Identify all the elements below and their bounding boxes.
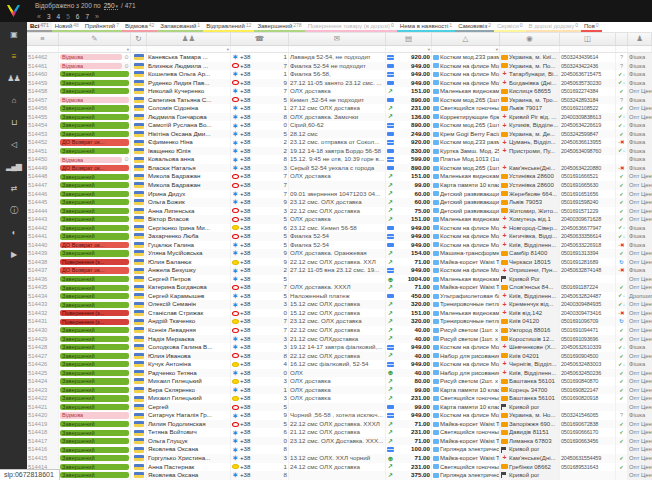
page-number[interactable]: 6 <box>76 13 80 20</box>
filter-dropdown-price[interactable] <box>386 46 432 52</box>
column-header-price[interactable]: ▤ <box>386 33 432 45</box>
page-size-dropdown[interactable]: 250 <box>104 2 118 10</box>
table-row[interactable]: 514431Повернення (з...Андрій Ткаченко+38… <box>27 317 652 326</box>
column-header-comment[interactable]: ✉ <box>289 33 386 45</box>
filter-dropdown-name[interactable] <box>147 46 231 52</box>
table-row[interactable]: 514419ЗавершенийЛилия Подолинская+38522.… <box>27 420 652 429</box>
table-row[interactable]: 514432Повернення (з...Станіслав Стрижак+… <box>27 309 652 318</box>
column-header-phone[interactable]: ☎ <box>231 33 289 45</box>
table-row[interactable]: 514446ЗавершенийИрина Дидух+38709.01 зве… <box>27 190 652 199</box>
table-row[interactable]: 514442ЗавершенийСергіюнко Ірина Ми...+38… <box>27 224 652 233</box>
table-row[interactable]: 514427ЗавершенийЮлия Иванова+38822.12 см… <box>27 352 652 361</box>
table-row[interactable]: 514452ДО Возврат ок...Єфименко Ніна+3822… <box>27 138 652 147</box>
tab-Завершений[interactable]: Завершений278 <box>254 22 304 32</box>
table-row[interactable]: 514451ЗавершенийІващенко Юлія+38219.12 1… <box>27 147 652 156</box>
sidebar-item-stats[interactable]: ▂▄▆ <box>0 156 27 178</box>
column-header-manager[interactable]: ♟ <box>628 33 652 45</box>
table-row[interactable]: 514414ЗавершенийАнна Пастернак+38124.12 … <box>27 463 652 472</box>
table-row[interactable]: 514429ЗавершенийНадія Мерзаєва+38321.12 … <box>27 335 652 344</box>
table-row[interactable]: 514459ЗавершенийРуденко Лидия Пав...+389… <box>27 79 652 88</box>
column-header-flag[interactable]: ↻ <box>131 33 147 45</box>
table-row[interactable]: 514420ВідмоваСитарчук Наталія Гр...+389Ч… <box>27 411 652 420</box>
tab-Пов[interactable]: Пов0 <box>581 22 602 32</box>
page-number[interactable]: 4 <box>57 13 61 20</box>
column-header-product[interactable]: △ <box>432 33 500 45</box>
table-row[interactable]: 514458ЗавершенийНиколай Кучеренко+387ОЛХ… <box>27 87 652 96</box>
table-row[interactable]: 514460ЗавершенийКошелева Ольга Ар...+381… <box>27 70 652 79</box>
table-row[interactable]: 514423ЗавершенийВера Скляренко+381ОЛХ до… <box>27 386 652 395</box>
column-header-check[interactable] <box>616 33 628 45</box>
check-delivered-icon <box>618 224 625 233</box>
table-row[interactable]: 514424ЗавершенийМихаил Гилецький+383ОЛХ … <box>27 377 652 386</box>
sidebar-item-dashboard[interactable]: ▣ <box>0 24 27 46</box>
sidebar-item-cart[interactable]: ⊔ <box>0 112 27 134</box>
app-logo[interactable] <box>0 0 27 22</box>
last-page-icon[interactable]: » <box>95 13 99 20</box>
page-number[interactable]: 7 <box>85 13 89 20</box>
table-row[interactable]: 514448ЗавершенийМикола Бадражан+387ОЛХ д… <box>27 172 652 181</box>
table-row[interactable]: 514434ЗавершенийСергей Карамышев+385Нало… <box>27 292 652 301</box>
table-row[interactable]: 514449ДО Возврат ок...Власюк Наталья+383… <box>27 164 652 173</box>
filter-dropdown-status[interactable] <box>59 46 131 52</box>
tab-Повернення товару (в дорозі)[interactable]: Повернення товару (в дорозі)0 <box>305 22 397 32</box>
tab-Прийнятий[interactable]: Прийнятий7 <box>82 22 122 32</box>
table-row[interactable]: 514439ЗавершенийУляна Мусійовська+389ОЛХ… <box>27 249 652 258</box>
table-row[interactable]: 514440ДО Возврат ок...Гуцалюк Галина+385… <box>27 241 652 250</box>
table-row[interactable]: 514421ЗавершенийСергей+38599.00Карта пам… <box>27 403 652 412</box>
table-row[interactable]: 514443ЗавершенийВіктор Власов+385ОЛХ дос… <box>27 215 652 224</box>
tab-Відправлений[interactable]: Відправлений12 <box>203 22 254 32</box>
table-row[interactable]: 514417ЗавершенийОльга Глущук+38023.12 см… <box>27 437 652 446</box>
filter-dropdown-product[interactable] <box>432 46 500 52</box>
page-number[interactable]: 3 <box>47 13 51 20</box>
sidebar-item-users[interactable]: ♟♟ <box>0 68 27 90</box>
table-row[interactable]: 514462Відмова⊙Каневська Тамара ...+381Ла… <box>27 53 652 62</box>
table-row[interactable]: 514447ЗавершенийМикола Бадражан+38799.00… <box>27 181 652 190</box>
sidebar-item-company[interactable]: ⌂ <box>0 90 27 112</box>
table-row[interactable]: 514422ЗавершенийМихаил Гилецький+383ОЛХ … <box>27 394 652 403</box>
table-row[interactable]: 514428ЗавершенийСолодкова Галина В...+38… <box>27 343 652 352</box>
column-header-id[interactable]: ≡ <box>27 33 59 45</box>
tab-В дорозі додому[interactable]: В дорозі додому0 <box>526 22 581 32</box>
table-row[interactable]: 514461Відмова⊙Близнюк Людмила ...+387Фиа… <box>27 62 652 71</box>
table-row[interactable]: 514438Повернення (з...Юлия Баланюк+38922… <box>27 258 652 267</box>
table-row[interactable]: 514425ЗавершенийРадченко Тетяна+380ОЛХ40… <box>27 369 652 378</box>
column-header-status[interactable]: ✎ <box>59 33 131 45</box>
sidebar-item-orders-list[interactable]: ≡ <box>0 46 27 68</box>
sidebar-item-info[interactable]: ⓘ <box>0 200 27 222</box>
sidebar-item-integrations[interactable]: ⇄ <box>0 178 27 200</box>
table-row[interactable]: 514418ЗавершенийТетяна Войтович+38621.12… <box>27 428 652 437</box>
column-header-name[interactable]: ♟♟ <box>147 33 231 45</box>
table-row[interactable]: 514415ЗавершенийГоргулько Христина...+38… <box>27 454 652 463</box>
table-row[interactable]: 514456ЗавершенийСоломія Сідоніна+38127.1… <box>27 104 652 113</box>
tab-Новий[interactable]: Новий48 <box>52 22 82 32</box>
table-row[interactable]: 514435ЗавершенийКатерина Богданова+387ОЛ… <box>27 283 652 292</box>
table-row[interactable]: 514430ЗавершенийКсенія Левадняя+38722.12… <box>27 326 652 335</box>
table-row[interactable]: 514455ЗавершенийЛюдмила Гончарова+388ОЛХ… <box>27 113 652 122</box>
sidebar-item-theme[interactable]: ◐ <box>0 222 27 244</box>
table-row[interactable]: 514413ЗавершенийЯковлева Оксана+388375.0… <box>27 471 652 480</box>
column-header-ttn[interactable]: ◫ <box>560 33 616 45</box>
sidebar-item-video-help[interactable]: ▶ <box>0 244 27 266</box>
table-row[interactable]: 514433ЗавершенийОлексій Семанін+38315.12… <box>27 300 652 309</box>
table-row[interactable]: 514445ЗавершенийОльга Божик+38923.12 смс… <box>27 198 652 207</box>
table-row[interactable]: 514437ДО Возврат ок...Анжела Безушку+382… <box>27 266 652 275</box>
tab-Сервіси[interactable]: Сервіси0 <box>494 22 526 32</box>
first-page-icon[interactable]: « <box>37 13 41 20</box>
table-row[interactable]: 514444ЗавершенийАнна Липенська+38322.12 … <box>27 207 652 216</box>
table-row[interactable]: 514457ВідмоваСапегина Татьяна С...+385Ке… <box>27 96 652 105</box>
tab-Всі[interactable]: Всі471 <box>27 22 52 32</box>
page-number[interactable]: 5 <box>66 13 70 20</box>
table-row[interactable]: 514436ЗавершенийСергей Петров+3851004.00… <box>27 275 652 284</box>
table-row[interactable]: 514441ЗавершенийЗахарченко Люба+385Фиалк… <box>27 232 652 241</box>
tab-Нема в наявності[interactable]: Нема в наявності1 <box>397 22 455 32</box>
column-header-address[interactable]: ◉ <box>500 33 560 45</box>
table-row[interactable]: 514450Відмова⊙Ковальова анна+38815.12. 9… <box>27 155 652 164</box>
sidebar-item-announcements[interactable]: ◁ <box>0 134 27 156</box>
tab-Самовивіз[interactable]: Самовивіз2 <box>455 22 494 32</box>
tab-Запакований[interactable]: Запакований1 <box>157 22 203 32</box>
tab-Відмова[interactable]: Відмова42 <box>122 22 157 32</box>
table-row[interactable]: 514426ЗавершенийКучук Антоніна+38416.12 … <box>27 360 652 369</box>
table-row[interactable]: 514416ЗавершенийЯковлева Оксана+388100.0… <box>27 445 652 454</box>
table-row[interactable]: 514453ЗавершенийНікітіна Оксана Дми...+3… <box>27 130 652 139</box>
table-row[interactable]: 514454ЗавершенийСамотій Руслана Во...+38… <box>27 121 652 130</box>
